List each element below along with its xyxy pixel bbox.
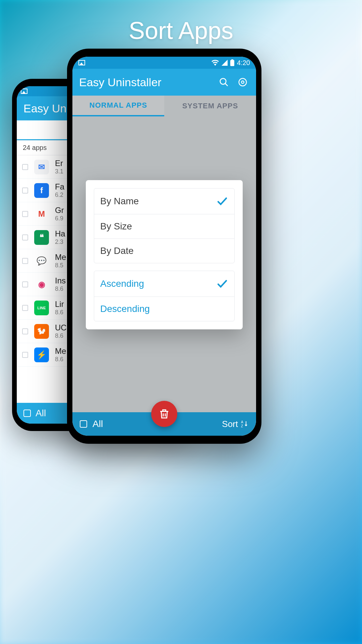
foreground-phone: 4:20 Easy Uninstaller NORMAL APPS SYSTEM… bbox=[67, 49, 261, 444]
app-checkbox[interactable] bbox=[22, 281, 28, 287]
sort-az-icon: AZ bbox=[241, 420, 249, 428]
app-icon: M bbox=[34, 207, 49, 221]
battery-icon bbox=[230, 59, 234, 66]
tab-row: NORMAL APPS SYSTEM APPS bbox=[72, 96, 256, 116]
tab-normal-apps[interactable]: NORMAL APPS bbox=[72, 96, 164, 116]
clock-text: 4:20 bbox=[237, 59, 250, 67]
dimmed-body[interactable]: By NameBy SizeBy Date AscendingDescendin… bbox=[72, 116, 256, 412]
svg-text:Z: Z bbox=[241, 424, 243, 428]
sort-order-section: AscendingDescending bbox=[94, 271, 235, 321]
app-checkbox[interactable] bbox=[22, 328, 28, 334]
select-all-label: All bbox=[36, 408, 46, 419]
app-header: Easy Uninstaller bbox=[72, 69, 256, 96]
sort-field-section: By NameBy SizeBy Date bbox=[94, 188, 235, 263]
sort-order-option[interactable]: Ascending bbox=[94, 271, 234, 297]
option-label: Ascending bbox=[100, 278, 144, 289]
image-icon bbox=[78, 60, 85, 65]
page-title: Sort Apps bbox=[0, 17, 362, 44]
app-icon: f bbox=[34, 183, 49, 198]
signal-icon bbox=[222, 60, 228, 66]
app-checkbox[interactable] bbox=[22, 187, 28, 194]
app-icon: LINE bbox=[34, 301, 49, 315]
sort-order-option[interactable]: Descending bbox=[94, 297, 234, 321]
app-icon: ◉ bbox=[34, 277, 49, 292]
svg-line-3 bbox=[225, 84, 228, 86]
app-icon: 💬 bbox=[34, 254, 49, 268]
statusbar: 4:20 bbox=[72, 57, 256, 69]
option-label: Descending bbox=[100, 304, 150, 314]
app-checkbox[interactable] bbox=[22, 258, 28, 264]
svg-point-2 bbox=[220, 78, 226, 85]
svg-point-5 bbox=[239, 78, 247, 86]
tab-system-apps[interactable]: SYSTEM APPS bbox=[164, 96, 256, 116]
check-icon bbox=[216, 195, 228, 207]
app-checkbox[interactable] bbox=[22, 234, 28, 240]
sort-field-option[interactable]: By Name bbox=[94, 189, 234, 214]
option-label: By Size bbox=[100, 221, 132, 232]
app-title: Easy Uninstaller bbox=[79, 76, 212, 89]
sort-label: Sort bbox=[222, 419, 238, 429]
search-icon bbox=[219, 77, 229, 87]
search-button[interactable] bbox=[217, 75, 231, 89]
delete-fab[interactable] bbox=[151, 401, 177, 427]
bottom-bar: All Sort AZ bbox=[72, 412, 256, 436]
app-checkbox[interactable] bbox=[22, 352, 28, 358]
svg-point-4 bbox=[241, 81, 244, 84]
sort-dialog: By NameBy SizeBy Date AscendingDescendin… bbox=[86, 180, 243, 329]
app-icon: ✉ bbox=[34, 160, 49, 174]
app-icon: 🐿 bbox=[34, 324, 49, 339]
sort-button[interactable]: Sort AZ bbox=[222, 419, 249, 429]
check-icon bbox=[216, 278, 228, 290]
app-icon: ❝ bbox=[34, 230, 49, 245]
svg-rect-0 bbox=[230, 60, 234, 66]
option-label: By Date bbox=[100, 246, 134, 256]
app-checkbox[interactable] bbox=[22, 164, 28, 170]
image-icon bbox=[21, 89, 27, 94]
svg-rect-1 bbox=[231, 59, 233, 60]
option-label: By Name bbox=[100, 196, 139, 207]
sort-field-option[interactable]: By Date bbox=[94, 239, 234, 263]
svg-text:A: A bbox=[241, 420, 243, 424]
sort-field-option[interactable]: By Size bbox=[94, 214, 234, 239]
trash-icon bbox=[158, 408, 170, 420]
app-checkbox[interactable] bbox=[22, 211, 28, 217]
app-checkbox[interactable] bbox=[22, 305, 28, 311]
gear-icon bbox=[238, 77, 248, 87]
wifi-icon bbox=[212, 60, 219, 66]
select-all-checkbox[interactable] bbox=[80, 420, 87, 428]
select-all-label: All bbox=[93, 419, 103, 429]
app-icon: ⚡ bbox=[34, 347, 49, 362]
select-all-checkbox[interactable] bbox=[23, 410, 31, 417]
settings-button[interactable] bbox=[236, 75, 249, 89]
